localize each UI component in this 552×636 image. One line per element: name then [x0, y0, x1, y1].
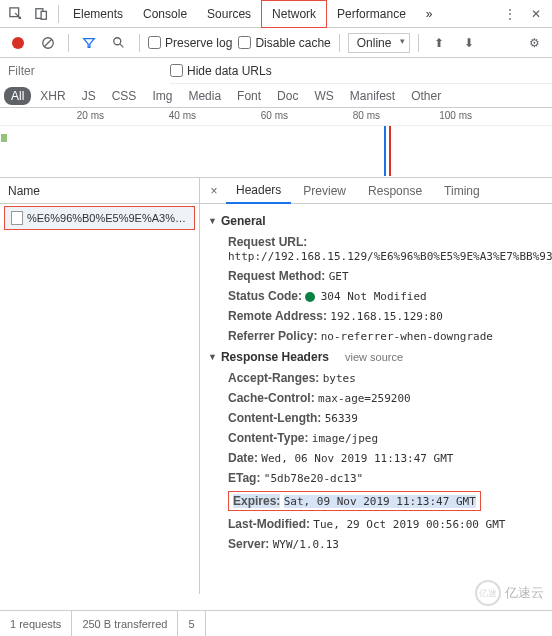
svg-point-5	[114, 37, 121, 44]
type-css[interactable]: CSS	[105, 87, 144, 105]
section-response-headers[interactable]: ▼Response Headersview source	[200, 346, 552, 368]
type-xhr[interactable]: XHR	[33, 87, 72, 105]
upload-icon[interactable]: ⬆	[427, 32, 451, 54]
tab-network[interactable]: Network	[261, 0, 327, 28]
clear-icon[interactable]	[36, 32, 60, 54]
kv-date: Date: Wed, 06 Nov 2019 11:13:47 GMT	[200, 448, 552, 468]
type-media[interactable]: Media	[181, 87, 228, 105]
request-row[interactable]: %E6%96%B0%E5%9E%A3%E7...	[4, 206, 195, 230]
throttle-select[interactable]: Online	[348, 33, 411, 53]
status-dot-icon	[305, 292, 315, 302]
svg-line-4	[45, 39, 52, 46]
tab-preview[interactable]: Preview	[293, 178, 356, 204]
tab-more[interactable]: »	[416, 0, 443, 28]
kv-expires: Expires: Sat, 09 Nov 2019 11:13:47 GMT	[200, 488, 552, 514]
settings-icon[interactable]: ⚙	[522, 32, 546, 54]
view-source-link[interactable]: view source	[345, 351, 403, 363]
column-header-name[interactable]: Name	[0, 178, 199, 204]
kv-etag: ETag: "5db78e20-dc13"	[200, 468, 552, 488]
watermark: 亿速 亿速云	[475, 580, 544, 606]
close-icon[interactable]: ✕	[524, 3, 548, 25]
tab-headers[interactable]: Headers	[226, 178, 291, 204]
filter-icon[interactable]	[77, 32, 101, 54]
kebab-icon[interactable]: ⋮	[498, 3, 522, 25]
download-icon[interactable]: ⬇	[457, 32, 481, 54]
kv-accept-ranges: Accept-Ranges: bytes	[200, 368, 552, 388]
kv-request-method: Request Method: GET	[200, 266, 552, 286]
timeline[interactable]: 20 ms 40 ms 60 ms 80 ms 100 ms	[0, 108, 552, 178]
type-js[interactable]: JS	[75, 87, 103, 105]
kv-status-code: Status Code: 304 Not Modified	[200, 286, 552, 306]
preserve-log-checkbox[interactable]: Preserve log	[148, 36, 232, 50]
tab-timing[interactable]: Timing	[434, 178, 490, 204]
status-resources: 5	[178, 611, 205, 636]
file-icon	[11, 211, 23, 225]
kv-server: Server: WYW/1.0.13	[200, 534, 552, 554]
device-icon[interactable]	[30, 3, 54, 25]
type-all[interactable]: All	[4, 87, 31, 105]
kv-content-length: Content-Length: 56339	[200, 408, 552, 428]
tab-performance[interactable]: Performance	[327, 0, 416, 28]
tab-response[interactable]: Response	[358, 178, 432, 204]
request-bar	[1, 134, 7, 142]
section-general[interactable]: ▼General	[200, 210, 552, 232]
kv-referrer-policy: Referrer Policy: no-referrer-when-downgr…	[200, 326, 552, 346]
domcontent-line	[384, 126, 386, 176]
search-icon[interactable]	[107, 32, 131, 54]
record-button[interactable]	[6, 32, 30, 54]
kv-last-modified: Last-Modified: Tue, 29 Oct 2019 00:56:00…	[200, 514, 552, 534]
status-transferred: 250 B transferred	[72, 611, 178, 636]
kv-request-url: Request URL: http://192.168.15.129/%E6%9…	[200, 232, 552, 266]
disable-cache-checkbox[interactable]: Disable cache	[238, 36, 330, 50]
type-doc[interactable]: Doc	[270, 87, 305, 105]
kv-content-type: Content-Type: image/jpeg	[200, 428, 552, 448]
type-img[interactable]: Img	[145, 87, 179, 105]
tab-sources[interactable]: Sources	[197, 0, 261, 28]
tab-console[interactable]: Console	[133, 0, 197, 28]
close-details-icon[interactable]: ×	[204, 184, 224, 198]
kv-remote-address: Remote Address: 192.168.15.129:80	[200, 306, 552, 326]
type-ws[interactable]: WS	[307, 87, 340, 105]
filter-input[interactable]	[0, 58, 170, 84]
type-manifest[interactable]: Manifest	[343, 87, 402, 105]
hide-data-urls-checkbox[interactable]: Hide data URLs	[170, 64, 272, 78]
svg-line-6	[120, 43, 124, 47]
type-other[interactable]: Other	[404, 87, 448, 105]
kv-cache-control: Cache-Control: max-age=259200	[200, 388, 552, 408]
load-line	[389, 126, 391, 176]
svg-rect-2	[41, 11, 46, 19]
status-requests: 1 requests	[0, 611, 72, 636]
type-font[interactable]: Font	[230, 87, 268, 105]
request-name: %E6%96%B0%E5%9E%A3%E7...	[27, 212, 188, 224]
inspect-icon[interactable]	[4, 3, 28, 25]
tab-elements[interactable]: Elements	[63, 0, 133, 28]
